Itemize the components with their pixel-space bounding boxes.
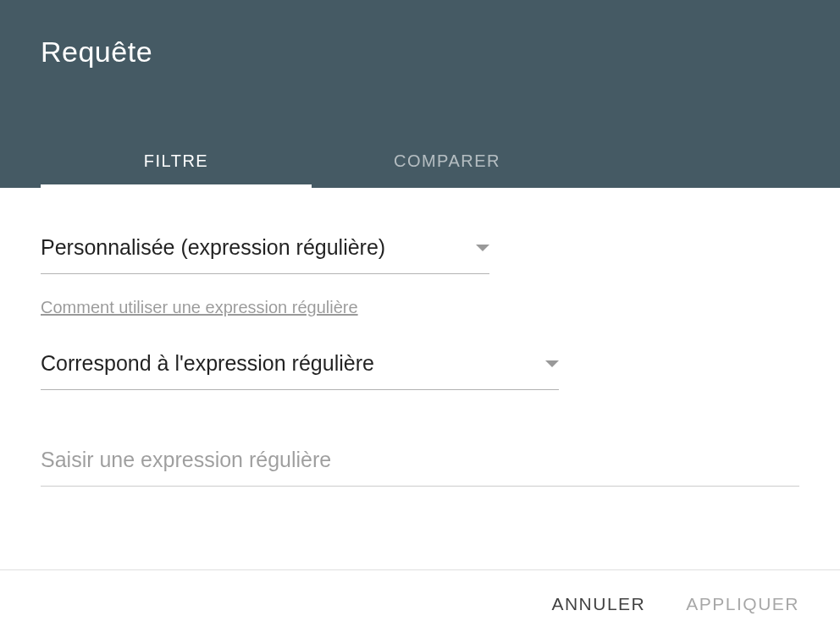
dialog-title: Requête [0, 0, 840, 69]
tabs-container: FILTRE COMPARER [0, 135, 840, 188]
chevron-down-icon [545, 360, 559, 367]
apply-button[interactable]: APPLIQUER [686, 594, 799, 614]
tab-compare[interactable]: COMPARER [312, 135, 583, 188]
dialog-content: Personnalisée (expression régulière) Com… [0, 188, 840, 527]
dialog-footer: ANNULER APPLIQUER [0, 569, 840, 638]
filter-type-value: Personnalisée (expression régulière) [41, 235, 385, 260]
match-type-select[interactable]: Correspond à l'expression régulière [41, 344, 559, 390]
match-type-value: Correspond à l'expression régulière [41, 351, 374, 376]
regex-input-placeholder: Saisir une expression régulière [41, 448, 331, 471]
regex-input[interactable]: Saisir une expression régulière [41, 441, 799, 487]
filter-type-select[interactable]: Personnalisée (expression régulière) [41, 228, 489, 274]
regex-help-link[interactable]: Comment utiliser une expression régulièr… [41, 298, 358, 317]
tab-filter[interactable]: FILTRE [41, 135, 312, 188]
chevron-down-icon [476, 245, 489, 251]
cancel-button[interactable]: ANNULER [551, 594, 645, 614]
dialog-header: Requête FILTRE COMPARER [0, 0, 840, 188]
